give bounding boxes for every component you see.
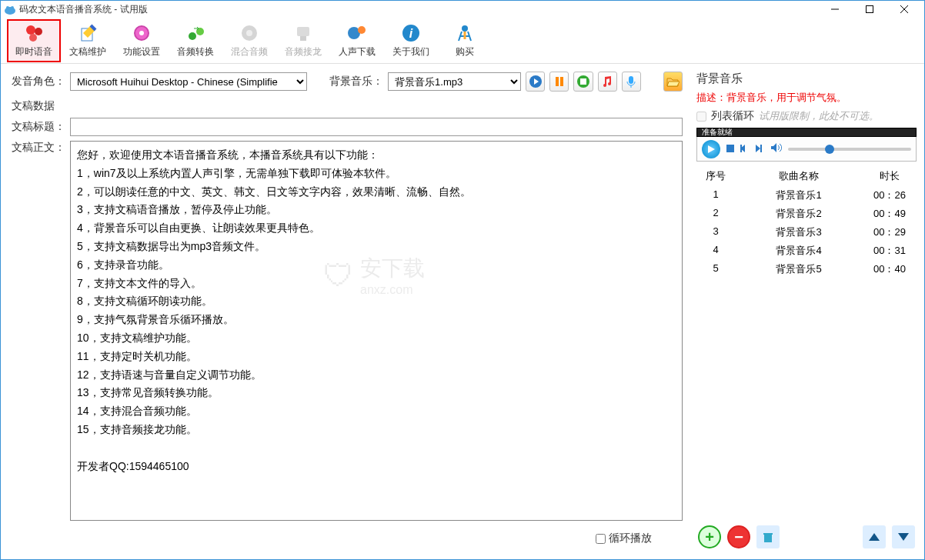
move-up-button[interactable]: [863, 525, 886, 548]
convert-icon: [185, 22, 206, 44]
tab-label: 功能设置: [123, 45, 160, 58]
track-row[interactable]: 3背景音乐300：29: [696, 223, 917, 242]
left-panel: 发音角色： Microsoft Huihui Desktop - Chinese…: [1, 64, 693, 559]
tab-realtime-voice[interactable]: 即时语音: [7, 19, 61, 62]
move-down-button[interactable]: [892, 525, 915, 548]
col-name: 歌曲名称: [735, 169, 863, 183]
tab-label: 人声下载: [339, 45, 376, 58]
info-icon: i: [400, 22, 422, 44]
svg-point-7: [26, 25, 35, 35]
main-toolbar: 即时语音 文稿维护 功能设置 音频转换 混合音频 音频接龙 人声下载 i 关于我: [1, 18, 924, 64]
player-next-button[interactable]: [756, 144, 765, 155]
tab-buy[interactable]: 购买: [438, 19, 492, 62]
svg-rect-36: [760, 145, 762, 152]
svg-rect-27: [560, 77, 563, 86]
add-track-button[interactable]: +: [698, 525, 721, 548]
svg-rect-18: [300, 36, 306, 41]
body-textarea[interactable]: 您好，欢迎使用文本语音播音系统，本播音系统具有以下功能： 1，win7及以上系统…: [70, 141, 683, 521]
col-number: 序号: [696, 169, 735, 183]
open-file-button[interactable]: [663, 72, 683, 92]
player-status-text: 准备就绪: [702, 128, 733, 136]
player-progress-bar[interactable]: 准备就绪: [696, 128, 917, 137]
window-title: 码农文本语音播音系统 - 试用版: [19, 3, 817, 16]
mic-button[interactable]: [622, 72, 641, 92]
tab-label: 购买: [456, 45, 474, 58]
tab-mix-audio[interactable]: 混合音频: [222, 19, 276, 62]
minimize-button[interactable]: [817, 1, 852, 18]
title-label: 文稿标题：: [12, 120, 65, 134]
right-panel: 背景音乐 描述：背景音乐，用于调节气氛。 列表循环 试用版限制，此处不可选。 准…: [693, 64, 924, 559]
chain-icon: [292, 22, 314, 44]
list-loop-label: 列表循环: [711, 109, 754, 123]
buy-icon: [454, 22, 476, 44]
tab-audio-chain[interactable]: 音频接龙: [276, 19, 330, 62]
svg-marker-41: [898, 533, 909, 541]
maximize-button[interactable]: [852, 1, 887, 18]
svg-text:i: i: [409, 27, 413, 40]
svg-rect-34: [740, 145, 742, 152]
col-duration: 时长: [863, 169, 917, 183]
svg-point-16: [246, 30, 252, 36]
tab-label: 文稿维护: [69, 45, 106, 58]
svg-point-23: [462, 25, 468, 32]
player-stop-button[interactable]: [726, 144, 734, 155]
svg-point-1: [6, 6, 9, 9]
svg-point-12: [139, 31, 144, 35]
player-volume-icon[interactable]: [771, 143, 782, 155]
player-prev-button[interactable]: [740, 144, 750, 155]
bgm-select[interactable]: 背景音乐1.mp3: [388, 72, 521, 91]
tab-settings[interactable]: 功能设置: [115, 19, 169, 62]
svg-point-13: [189, 32, 196, 40]
track-table: 序号 歌曲名称 时长 1背景音乐100：26 2背景音乐200：49 3背景音乐…: [696, 166, 917, 518]
download-icon: [346, 22, 368, 44]
window-controls: [817, 1, 921, 18]
player-play-button[interactable]: [702, 140, 720, 158]
bgm-label: 背景音乐：: [329, 75, 383, 88]
clear-tracks-button[interactable]: [756, 525, 780, 548]
tab-label: 即时语音: [15, 45, 52, 58]
tab-about[interactable]: i 关于我们: [384, 19, 438, 62]
tab-voice-download[interactable]: 人声下载: [330, 19, 384, 62]
app-icon: [4, 3, 16, 15]
tab-label: 音频转换: [177, 45, 214, 58]
svg-rect-17: [297, 27, 309, 36]
tab-label: 混合音频: [231, 45, 268, 58]
title-input[interactable]: [70, 118, 683, 136]
svg-point-9: [29, 34, 37, 42]
svg-rect-4: [866, 6, 873, 13]
loop-play-label: 循环播放: [609, 532, 652, 545]
track-row[interactable]: 5背景音乐500：40: [696, 260, 917, 278]
player-controls: [696, 137, 917, 162]
data-section: 文稿数据 文稿标题： 文稿正文： 您好，欢迎使用文本语音播音系统，本播音系统具有…: [12, 99, 683, 521]
track-row[interactable]: 1背景音乐100：26: [696, 186, 917, 205]
loop-play-row: 循环播放: [12, 528, 683, 552]
track-row[interactable]: 2背景音乐200：49: [696, 205, 917, 223]
loop-play-checkbox[interactable]: [596, 534, 606, 544]
tab-audio-convert[interactable]: 音频转换: [169, 19, 222, 62]
list-loop-checkbox: [696, 112, 706, 122]
stop-button[interactable]: [573, 72, 593, 92]
mix-icon: [239, 22, 260, 44]
edit-doc-icon: [77, 22, 99, 44]
close-button[interactable]: [887, 1, 921, 18]
svg-rect-29: [580, 78, 586, 85]
music-note-button[interactable]: [598, 72, 617, 92]
list-loop-row: 列表循环 试用版限制，此处不可选。: [696, 109, 917, 123]
data-header: 文稿数据: [12, 99, 683, 113]
pause-button[interactable]: [549, 72, 569, 92]
track-row[interactable]: 4背景音乐400：31: [696, 242, 917, 260]
volume-slider[interactable]: [788, 148, 911, 151]
svg-marker-35: [756, 145, 760, 152]
remove-track-button[interactable]: −: [727, 525, 750, 548]
svg-point-8: [35, 28, 42, 35]
tab-label: 关于我们: [392, 45, 429, 58]
svg-rect-32: [726, 145, 734, 152]
tab-label: 音频接龙: [285, 45, 322, 58]
voice-select[interactable]: Microsoft Huihui Desktop - Chinese (Simp…: [70, 72, 307, 91]
play-button[interactable]: [526, 72, 545, 92]
tab-document-maintain[interactable]: 文稿维护: [61, 19, 115, 62]
player: 准备就绪: [696, 128, 917, 162]
svg-rect-39: [763, 533, 773, 535]
body-label: 文稿正文：: [12, 141, 65, 155]
gear-icon: [131, 22, 152, 44]
